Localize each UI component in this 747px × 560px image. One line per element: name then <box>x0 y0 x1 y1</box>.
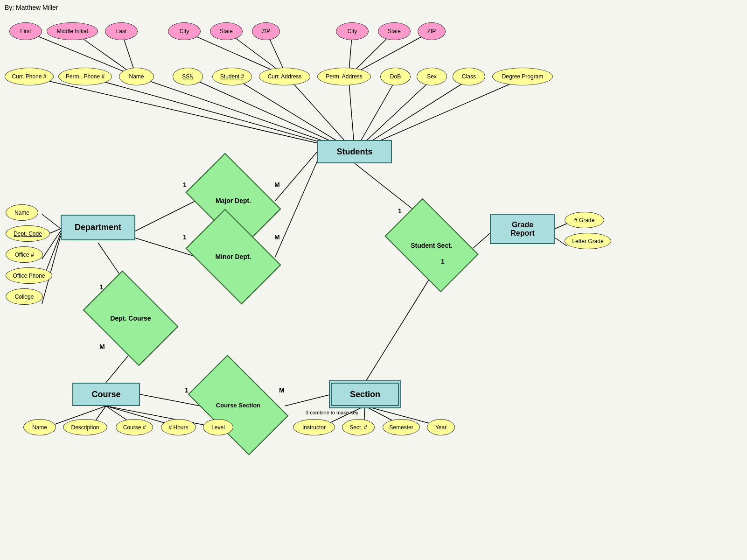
diamond-dept-course: Dept. Course <box>91 290 170 346</box>
svg-line-26 <box>471 233 490 250</box>
diamond-student-sect: Student Sect. <box>392 218 471 272</box>
attr-middle-initial: Middle Initial <box>47 22 98 40</box>
attr-perm-address: Perm. Address <box>317 68 371 85</box>
attr-course-name: Name <box>23 419 56 435</box>
attr-city1: City <box>168 22 201 40</box>
diamond-course-section: Course Section <box>195 377 281 433</box>
entity-course: Course <box>72 383 140 406</box>
attr-semester: Semester <box>383 419 420 435</box>
svg-line-31 <box>42 214 61 229</box>
svg-line-25 <box>365 275 432 383</box>
card-major-1: 1 <box>183 181 187 189</box>
attr-curr-phone: Curr. Phone # <box>5 68 54 85</box>
attr-sex: Sex <box>417 68 447 85</box>
attr-student-num: Student # <box>212 68 252 85</box>
attr-class: Class <box>453 68 485 85</box>
card-major-m: M <box>274 181 280 189</box>
entity-section: Section <box>331 383 399 406</box>
attr-name: Name <box>119 68 154 85</box>
svg-line-21 <box>135 201 196 231</box>
svg-line-0 <box>29 77 355 152</box>
attr-grade-num: # Grade <box>565 212 604 228</box>
attr-course-desc: Description <box>63 419 107 435</box>
attr-year: Year <box>427 419 455 435</box>
attr-city2: City <box>336 22 369 40</box>
attr-course-num: Course # <box>116 419 153 435</box>
section-key-note: 3 combine to make key <box>306 410 358 415</box>
attr-letter-grade: Letter Grade <box>565 233 611 249</box>
attr-instructor: Instructor <box>293 419 335 435</box>
attr-degree-program: Degree Program <box>492 68 553 85</box>
attr-zip1: ZIP <box>252 22 280 40</box>
svg-line-20 <box>275 152 317 201</box>
card-course-sect-1: 1 <box>185 386 188 394</box>
card-minor-m: M <box>274 233 280 241</box>
attr-last: Last <box>105 22 138 40</box>
card-minor-1: 1 <box>183 233 187 241</box>
attr-college: College <box>6 288 43 305</box>
card-dept-course-1: 1 <box>99 283 103 291</box>
attr-curr-address: Curr. Address <box>259 68 310 85</box>
attr-office-num: Office # <box>6 246 43 263</box>
card-student-sect-1: 1 <box>398 207 402 215</box>
entity-grade-report: GradeReport <box>490 214 555 244</box>
entity-department: Department <box>61 215 135 240</box>
svg-line-27 <box>555 224 567 229</box>
attr-first: First <box>9 22 42 40</box>
attr-dept-name: Name <box>6 204 38 221</box>
attr-office-phone: Office Phone <box>6 267 52 284</box>
svg-line-22 <box>275 161 317 257</box>
diamond-major-dept: Major Dept. <box>194 173 273 229</box>
attr-perm-phone: Perm.. Phone # <box>58 68 112 85</box>
diamond-minor-dept: Minor Dept. <box>194 229 273 285</box>
attr-sect-num: Sect. # <box>342 419 375 435</box>
attr-state1: State <box>210 22 243 40</box>
svg-line-42 <box>285 394 331 406</box>
attr-ssn: SSN <box>173 68 203 85</box>
entity-students: Students <box>317 140 392 163</box>
author-label: By: Matthew Miller <box>5 4 58 11</box>
attr-zip2: ZIP <box>418 22 446 40</box>
svg-line-1 <box>85 77 355 152</box>
attr-hours: # Hours <box>161 419 196 435</box>
attr-dob: DoB <box>380 68 411 85</box>
attr-dept-code: Dept. Code <box>6 225 50 242</box>
attr-state2: State <box>378 22 411 40</box>
